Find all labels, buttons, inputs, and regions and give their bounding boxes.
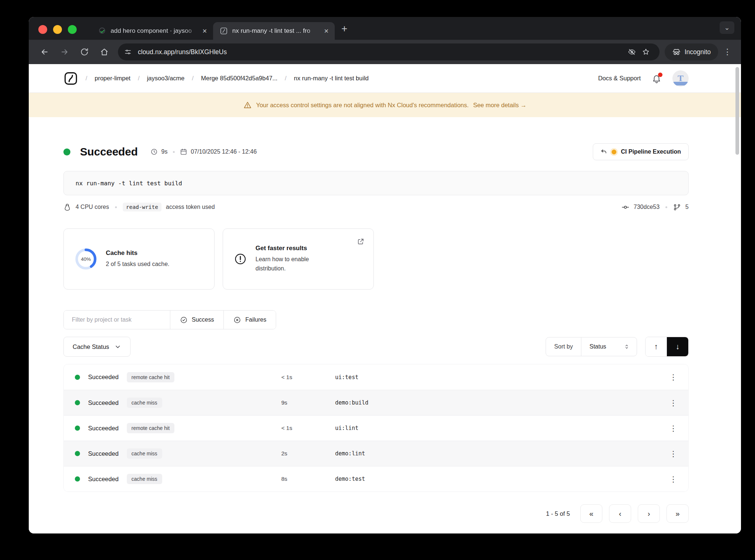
cache-percent: 40% [75, 248, 97, 270]
row-menu-icon[interactable]: ⋮ [669, 373, 677, 381]
sort-by-label: Sort by [546, 337, 581, 356]
run-status: Succeeded [80, 146, 138, 158]
row-menu-icon[interactable]: ⋮ [669, 450, 677, 458]
filter-success-label: Success [192, 316, 214, 323]
row-menu-icon[interactable]: ⋮ [669, 475, 677, 483]
table-row[interactable]: Succeeded cache miss 9s demo:build ⋮ [64, 390, 688, 415]
run-status-row: Succeeded 9s 07/10/2025 12:46 - 12:46 CI… [63, 143, 689, 161]
pipeline-status-dot [612, 150, 616, 154]
nx-logo-icon[interactable] [63, 71, 78, 86]
tab-title: nx run-many -t lint test ... fro [232, 27, 320, 35]
browser-menu-icon[interactable]: ⋮ [721, 43, 734, 60]
row-status: Succeeded [88, 399, 119, 406]
browser-window: add hero component · jaysoo ✕ nx run-man… [29, 17, 741, 533]
warning-icon [243, 101, 252, 109]
zoom-window-button[interactable] [68, 25, 77, 34]
table-row[interactable]: Succeeded cache miss 2s demo:lint ⋮ [64, 441, 688, 466]
breadcrumb-separator: / [138, 75, 140, 82]
row-menu-icon[interactable]: ⋮ [669, 424, 677, 432]
tab-strip: add hero component · jaysoo ✕ nx run-man… [29, 17, 741, 40]
row-task[interactable]: demo:lint [335, 450, 669, 457]
branch-icon [673, 203, 681, 211]
table-row[interactable]: Succeeded remote cache hit < 1s ui:lint … [64, 415, 688, 441]
breadcrumb-commit[interactable]: Merge 85d500f42d5a9b47... [201, 75, 277, 82]
cache-status-dropdown[interactable]: Cache Status [63, 337, 131, 357]
x-circle-icon [233, 316, 241, 324]
pipeline-button-label: CI Pipeline Execution [621, 148, 681, 155]
filter-failures-button[interactable]: Failures [223, 311, 276, 329]
sort-descending-button[interactable]: ↓ [667, 337, 688, 356]
forward-button[interactable] [56, 43, 73, 60]
notifications-bell-icon[interactable] [652, 74, 661, 83]
faster-results-subtitle: Learn how to enable distribution. [255, 255, 335, 273]
traffic-lights [38, 25, 77, 34]
access-token-badge: read-write [123, 203, 161, 211]
table-row[interactable]: Succeeded remote cache hit < 1s ui:test … [64, 364, 688, 390]
incognito-label: Incognito [685, 48, 711, 56]
browser-tab-nx-cloud[interactable]: nx run-many -t lint test ... fro ✕ [213, 22, 335, 40]
breadcrumb-separator: / [192, 75, 194, 82]
row-task[interactable]: demo:test [335, 476, 669, 482]
close-tab-icon[interactable]: ✕ [324, 28, 329, 35]
breadcrumb-run[interactable]: nx run-many -t lint test build [294, 75, 369, 82]
breadcrumb-repo[interactable]: jaysoo3/acme [147, 75, 185, 82]
docs-support-link[interactable]: Docs & Support [598, 75, 641, 82]
row-task[interactable]: ui:test [335, 374, 669, 381]
back-button[interactable] [36, 43, 53, 60]
close-window-button[interactable] [38, 25, 47, 34]
cache-hits-subtitle: 2 of 5 tasks used cache. [106, 260, 170, 269]
status-dot [75, 476, 80, 482]
row-task[interactable]: demo:build [335, 399, 669, 406]
ci-pipeline-execution-button[interactable]: CI Pipeline Execution [593, 143, 689, 160]
breadcrumb-separator: / [285, 75, 287, 82]
filter-input[interactable] [64, 311, 170, 329]
close-tab-icon[interactable]: ✕ [202, 28, 207, 35]
new-tab-button[interactable]: + [341, 25, 347, 32]
status-dot [75, 400, 80, 405]
sort-select[interactable]: Status [581, 337, 637, 356]
cache-badge: remote cache hit [127, 423, 175, 433]
row-menu-icon[interactable]: ⋮ [669, 399, 677, 407]
cache-badge: cache miss [127, 474, 162, 484]
row-task[interactable]: ui:lint [335, 425, 669, 431]
url-bar[interactable]: cloud.nx.app/runs/BkIXGHleUs [118, 43, 660, 60]
home-button[interactable] [96, 43, 113, 60]
commit-sha[interactable]: 730dce53 [634, 204, 660, 210]
site-settings-icon[interactable] [122, 46, 134, 58]
banner-details-link[interactable]: See more details → [473, 102, 526, 109]
reload-button[interactable] [76, 43, 93, 60]
last-page-button[interactable]: » [667, 504, 689, 523]
pr-check-favicon-icon [98, 27, 106, 35]
page-scrollbar[interactable] [735, 67, 739, 155]
external-link-icon[interactable] [357, 238, 365, 247]
row-status: Succeeded [88, 476, 119, 483]
browser-tab-github-pr[interactable]: add hero component · jaysoo ✕ [91, 22, 213, 40]
next-page-button[interactable]: › [638, 504, 660, 523]
filter-success-button[interactable]: Success [170, 311, 223, 329]
avatar[interactable]: T [672, 70, 689, 87]
password-eye-off-icon[interactable] [625, 45, 639, 59]
nx-cloud-page: / proper-limpet / jaysoo3/acme / Merge 8… [29, 64, 741, 533]
access-control-banner: Your access control settings are not ali… [29, 93, 741, 117]
commit-icon [622, 203, 629, 211]
previous-page-button[interactable]: ‹ [609, 504, 631, 523]
chevron-down-icon [114, 343, 121, 350]
bookmark-star-icon[interactable] [639, 45, 653, 59]
sort-control: Sort by Status [546, 337, 637, 356]
faster-results-card[interactable]: Get faster results Learn how to enable d… [223, 228, 374, 290]
calendar-icon [180, 148, 187, 155]
row-duration: < 1s [281, 374, 335, 381]
tab-search-chevron-icon[interactable]: ⌄ [720, 21, 734, 34]
minimize-window-button[interactable] [53, 25, 62, 34]
row-status: Succeeded [88, 374, 119, 381]
run-date-range: 07/10/2025 12:46 - 12:46 [191, 148, 257, 155]
pagination-range: 1 - 5 of 5 [546, 510, 570, 517]
notification-dot [658, 73, 662, 77]
select-updown-icon [623, 343, 630, 350]
sort-ascending-button[interactable]: ↑ [646, 337, 667, 356]
first-page-button[interactable]: « [580, 504, 602, 523]
table-row[interactable]: Succeeded cache miss 8s demo:test ⋮ [64, 466, 688, 491]
run-command: nx run-many -t lint test build [63, 171, 689, 195]
cpu-cores: 4 CPU cores [76, 204, 109, 210]
breadcrumb-workspace[interactable]: proper-limpet [95, 75, 131, 82]
